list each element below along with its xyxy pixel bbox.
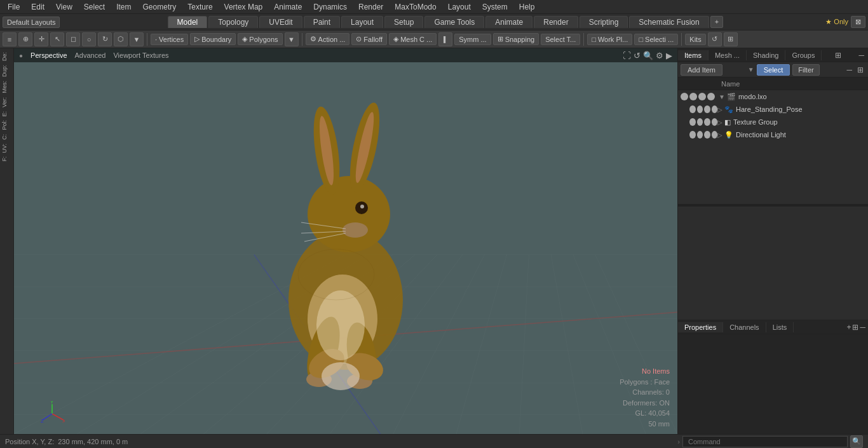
- add-item-button[interactable]: Add Item: [681, 64, 722, 76]
- tool-rect[interactable]: ◻: [66, 32, 80, 46]
- eye-light-3[interactable]: [704, 131, 710, 139]
- vp-search-icon[interactable]: 🔍: [643, 51, 653, 60]
- expand-light[interactable]: ▷: [717, 132, 722, 139]
- panel-tab-items[interactable]: Items: [678, 50, 709, 60]
- tab-scripting[interactable]: Scripting: [580, 16, 628, 28]
- tab-schematic[interactable]: Schematic Fusion: [629, 16, 709, 28]
- layout-select[interactable]: Default Layouts: [3, 17, 60, 28]
- mode-polygons[interactable]: ◈ Polygons: [238, 33, 282, 45]
- props-collapse-icon[interactable]: ─: [860, 323, 865, 332]
- expand-texture[interactable]: ▷: [717, 119, 722, 126]
- tool-select[interactable]: ≡: [3, 32, 17, 46]
- tab-render[interactable]: Render: [534, 16, 578, 28]
- sidebar-item-dup[interactable]: Dup:: [1, 64, 13, 78]
- menu-geometry[interactable]: Geometry: [138, 1, 182, 13]
- sidebar-item-uv[interactable]: UV:: [1, 142, 13, 154]
- menu-system[interactable]: System: [477, 1, 513, 13]
- vp-tab-textures[interactable]: Viewport Textures: [113, 51, 168, 59]
- panel-tab-mesh[interactable]: Mesh ...: [709, 50, 747, 60]
- snapping-btn[interactable]: ⊞ Snapping: [493, 33, 539, 45]
- eye-tex-4[interactable]: [712, 118, 718, 126]
- sidebar-item-pol[interactable]: Pol:: [1, 119, 13, 132]
- menu-file[interactable]: File: [3, 1, 25, 13]
- props-tab-lists[interactable]: Lists: [766, 322, 794, 332]
- items-minus-icon[interactable]: ─: [844, 65, 854, 74]
- expand-icon[interactable]: ⊞: [724, 32, 738, 46]
- panel-expand-icon[interactable]: ⊞: [831, 50, 845, 61]
- kits-btn[interactable]: Kits: [685, 34, 705, 45]
- tool-move[interactable]: ✛: [34, 32, 48, 46]
- tool-ellipse[interactable]: ○: [82, 32, 96, 46]
- expand-button[interactable]: ⊠: [851, 16, 865, 28]
- sidebar-item-f[interactable]: F:: [1, 155, 13, 163]
- mode-vertices[interactable]: · Vertices: [151, 34, 188, 45]
- mode-boundary[interactable]: ▷ Boundary: [190, 33, 236, 45]
- items-expand-icon[interactable]: ⊞: [855, 65, 865, 74]
- tool-circle[interactable]: ⊕: [18, 32, 32, 46]
- mode-extra[interactable]: ▼: [285, 32, 299, 46]
- sidebar-item-de[interactable]: De:: [1, 51, 13, 62]
- eye-icon-4[interactable]: [707, 93, 715, 100]
- panel-collapse-icon[interactable]: ─: [855, 50, 868, 61]
- command-input[interactable]: [682, 436, 848, 447]
- eye-hare-2[interactable]: [697, 105, 703, 113]
- expand-hare[interactable]: ▷: [717, 106, 722, 113]
- tab-animate[interactable]: Animate: [485, 16, 532, 28]
- eye-tex-3[interactable]: [704, 118, 710, 126]
- props-tab-channels[interactable]: Channels: [723, 322, 766, 332]
- eye-tex-1[interactable]: [689, 118, 696, 126]
- menu-animate[interactable]: Animate: [269, 1, 307, 13]
- eye-hare-4[interactable]: [712, 105, 718, 113]
- tool-hex[interactable]: ⬡: [114, 32, 128, 46]
- mesh-btn[interactable]: ◈ Mesh C ...: [389, 33, 437, 45]
- tab-paint[interactable]: Paint: [304, 16, 340, 28]
- tab-setup[interactable]: Setup: [384, 16, 423, 28]
- menu-edit[interactable]: Edit: [26, 1, 50, 13]
- menu-maxtomodo[interactable]: MaxToModo: [390, 1, 441, 13]
- vp-settings-icon[interactable]: ⚙: [656, 51, 663, 60]
- refresh-icon[interactable]: ↺: [708, 32, 722, 46]
- panel-tab-groups[interactable]: Groups: [785, 50, 822, 60]
- item-directional-light[interactable]: ▷ 💡 Directional Light: [678, 128, 868, 141]
- tool-rotate[interactable]: ↻: [98, 32, 112, 46]
- item-modo-lxo[interactable]: ▼ 🎬 modo.lxo: [678, 90, 868, 103]
- vp-tab-advanced[interactable]: Advanced: [75, 51, 106, 59]
- sidebar-item-ver[interactable]: Ver:: [1, 96, 13, 109]
- eye-hare-1[interactable]: [689, 105, 696, 113]
- add-tab-button[interactable]: +: [710, 16, 723, 28]
- vp-maximize-icon[interactable]: ⛶: [623, 51, 631, 60]
- eye-light-2[interactable]: [697, 131, 703, 139]
- falloff-btn[interactable]: ⊙ Falloff: [351, 33, 387, 45]
- props-tab-properties[interactable]: Properties: [678, 322, 723, 332]
- eye-hare-3[interactable]: [704, 105, 710, 113]
- menu-select[interactable]: Select: [79, 1, 110, 13]
- vp-refresh-icon[interactable]: ↺: [634, 51, 641, 60]
- tab-game-tools[interactable]: Game Tools: [424, 16, 484, 28]
- tab-topology[interactable]: Topology: [208, 16, 258, 28]
- menu-help[interactable]: Help: [514, 1, 540, 13]
- menu-render[interactable]: Render: [353, 1, 388, 13]
- menu-vertex-map[interactable]: Vertex Map: [219, 1, 268, 13]
- sidebar-item-e[interactable]: E:: [1, 110, 13, 118]
- work-plane-btn[interactable]: □ Work Pl...: [587, 34, 632, 45]
- sidebar-item-c[interactable]: C:: [1, 133, 13, 141]
- select-tool-btn[interactable]: Select T...: [541, 34, 580, 45]
- select-button[interactable]: Select: [757, 64, 790, 76]
- item-hare-pose[interactable]: ▷ 🐾 Hare_Standing_Pose: [678, 103, 868, 116]
- eye-icon-2[interactable]: [689, 93, 697, 100]
- vp-tab-perspective[interactable]: Perspective: [31, 51, 67, 59]
- symm-btn[interactable]: Symm ...: [454, 34, 491, 45]
- eye-light-4[interactable]: [712, 131, 718, 139]
- tab-layout[interactable]: Layout: [341, 16, 383, 28]
- panel-tab-shading[interactable]: Shading: [747, 50, 785, 60]
- props-expand-icon[interactable]: ⊞: [852, 323, 858, 332]
- eye-tex-2[interactable]: [697, 118, 703, 126]
- tool-arrow[interactable]: ↖: [50, 32, 64, 46]
- eye-light-1[interactable]: [689, 131, 696, 139]
- tool-drop[interactable]: ▼: [130, 32, 144, 46]
- menu-dynamics[interactable]: Dynamics: [308, 1, 352, 13]
- sym-btn[interactable]: ▌: [438, 32, 452, 46]
- viewport[interactable]: ● Perspective Advanced Viewport Textures…: [14, 48, 677, 434]
- menu-item[interactable]: Item: [111, 1, 136, 13]
- selection-btn[interactable]: □ Selecti ...: [634, 34, 678, 45]
